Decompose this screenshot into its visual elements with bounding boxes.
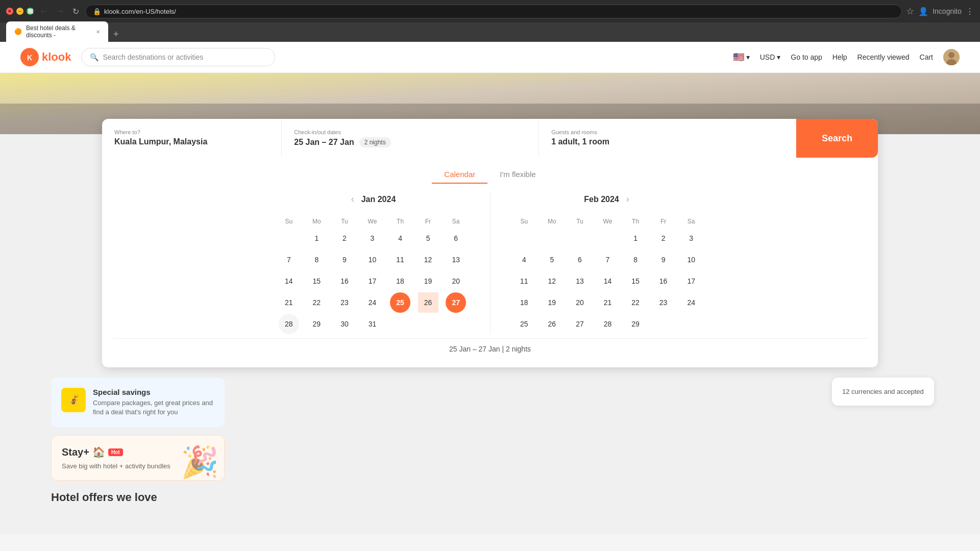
calendar-day[interactable]: 23 (334, 292, 355, 313)
calendar-day[interactable]: 15 (306, 271, 327, 291)
calendar-day[interactable]: 10 (681, 249, 701, 270)
where-value: Kuala Lumpur, Malaysia (114, 137, 269, 146)
calendar-day[interactable]: 2 (653, 228, 674, 248)
calendar-day[interactable]: 30 (334, 314, 355, 334)
star-icon[interactable]: ☆ (906, 6, 914, 17)
prev-month-button[interactable]: ‹ (349, 192, 356, 207)
calendar-day[interactable]: 22 (306, 292, 327, 313)
minimize-window-button[interactable]: – (16, 8, 23, 15)
hotel-offers-title: Hotel offers we love (51, 491, 225, 504)
klook-logo[interactable]: K klook (20, 48, 71, 66)
calendar-day[interactable]: 14 (279, 271, 299, 291)
calendar-day[interactable]: 5 (542, 249, 562, 270)
maximize-window-button[interactable]: ⬜ (27, 8, 34, 15)
calendar-day[interactable]: 27 (570, 314, 590, 334)
calendar-day[interactable]: 8 (306, 249, 327, 270)
header-search-bar[interactable]: 🔍 Search destinations or activities (81, 48, 275, 66)
calendar-day[interactable]: 19 (418, 271, 438, 291)
guests-field[interactable]: Guests and rooms 1 adult, 1 room (539, 119, 796, 158)
user-avatar[interactable] (943, 49, 960, 65)
calendar-day[interactable]: 12 (542, 271, 562, 291)
calendar-day[interactable]: 22 (625, 292, 646, 313)
calendar-day[interactable]: 1 (306, 228, 327, 248)
calendar-day[interactable]: 24 (681, 292, 701, 313)
currency-selector[interactable]: USD ▾ (760, 53, 781, 61)
calendar-tab[interactable]: Calendar (432, 166, 487, 184)
calendar-day[interactable]: 25 (514, 314, 534, 334)
calendar-day[interactable]: 1 (625, 228, 646, 248)
calendar-day[interactable]: 28 (279, 314, 299, 334)
calendar-day[interactable]: 17 (681, 271, 701, 291)
go-to-app-link[interactable]: Go to app (791, 53, 822, 61)
forward-button[interactable]: → (54, 5, 66, 18)
calendar-day[interactable]: 11 (514, 271, 534, 291)
cart-link[interactable]: Cart (920, 53, 933, 61)
calendar-day[interactable]: 21 (279, 292, 299, 313)
recently-viewed-link[interactable]: Recently viewed (857, 53, 910, 61)
calendar-day[interactable]: 26 (418, 292, 438, 313)
calendar-day[interactable]: 9 (334, 249, 355, 270)
calendar-day[interactable]: 29 (306, 314, 327, 334)
profile-icon[interactable]: 👤 (918, 7, 928, 16)
calendar-day[interactable]: 21 (597, 292, 618, 313)
calendar-day[interactable]: 31 (362, 314, 382, 334)
close-window-button[interactable]: ✕ (6, 8, 13, 15)
where-to-field[interactable]: Where to? Kuala Lumpur, Malaysia (102, 119, 282, 158)
calendar-day[interactable]: 24 (362, 292, 382, 313)
language-selector[interactable]: 🇺🇸 ▾ (733, 52, 750, 63)
calendar-day[interactable]: 20 (570, 292, 590, 313)
tab-close-button[interactable]: ✕ (96, 29, 100, 35)
calendar-day[interactable]: 12 (418, 249, 438, 270)
hot-badge: Hot (108, 448, 123, 456)
calendar-day[interactable]: 19 (542, 292, 562, 313)
calendar-day[interactable]: 13 (446, 249, 466, 270)
calendar-day[interactable]: 16 (653, 271, 674, 291)
reload-button[interactable]: ↻ (70, 5, 81, 18)
calendar-day[interactable]: 4 (514, 249, 534, 270)
dates-field[interactable]: Check-in/out dates 25 Jan – 27 Jan 2 nig… (282, 119, 539, 158)
calendar-day[interactable]: 8 (625, 249, 646, 270)
calendar-day[interactable]: 7 (279, 249, 299, 270)
calendar-day[interactable]: 6 (570, 249, 590, 270)
help-link[interactable]: Help (832, 53, 847, 61)
next-month-button[interactable]: › (624, 192, 631, 207)
calendar-day[interactable]: 3 (681, 228, 701, 248)
calendar-day[interactable]: 16 (334, 271, 355, 291)
calendar-day[interactable]: 28 (597, 314, 618, 334)
search-button[interactable]: Search (796, 119, 878, 158)
calendar-day[interactable]: 9 (653, 249, 674, 270)
calendar-day[interactable]: 17 (362, 271, 382, 291)
calendar-day[interactable]: 18 (514, 292, 534, 313)
calendar-day[interactable]: 18 (390, 271, 410, 291)
calendar-day[interactable]: 23 (653, 292, 674, 313)
february-calendar: Feb 2024 › SuMoTuWeThFrSa 12345678910111… (511, 192, 705, 334)
calendar-day[interactable]: 4 (390, 228, 410, 248)
calendar-day[interactable]: 11 (390, 249, 410, 270)
calendar-day[interactable]: 10 (362, 249, 382, 270)
calendar-day[interactable]: 26 (542, 314, 562, 334)
calendar-day[interactable]: 14 (597, 271, 618, 291)
feb-days-grid[interactable]: 1234567891011121314151617181920212223242… (511, 228, 705, 334)
calendar-container: ‹ Jan 2024 SuMoTuWeThFrSa 12345678910111… (102, 192, 878, 367)
new-tab-button[interactable]: + (109, 27, 123, 42)
calendar-day[interactable]: 25 (390, 292, 410, 313)
flexible-tab[interactable]: I'm flexible (487, 166, 548, 184)
calendar-day[interactable]: 5 (418, 228, 438, 248)
calendar-day[interactable]: 29 (625, 314, 646, 334)
menu-icon[interactable]: ⋮ (966, 7, 974, 16)
calendar-day[interactable]: 6 (446, 228, 466, 248)
calendar-day[interactable]: 20 (446, 271, 466, 291)
day-of-week: Th (387, 215, 414, 228)
calendar-day[interactable]: 13 (570, 271, 590, 291)
calendar-day[interactable]: 2 (334, 228, 355, 248)
calendar-day[interactable]: 27 (446, 292, 466, 313)
calendar-day[interactable]: 7 (597, 249, 618, 270)
back-button[interactable]: ← (38, 5, 50, 18)
active-tab[interactable]: 🟠 Best hotel deals & discounts - ✕ (6, 21, 108, 42)
tab-bar: 🟠 Best hotel deals & discounts - ✕ + (0, 22, 980, 42)
calendar-day[interactable]: 3 (362, 228, 382, 248)
savings-content: Special savings Compare packages, get gr… (93, 388, 214, 417)
calendar-day[interactable]: 15 (625, 271, 646, 291)
address-bar[interactable]: 🔒 klook.com/en-US/hotels/ (85, 5, 902, 18)
jan-days-grid[interactable]: 1234567891011121314151617181920212223242… (276, 228, 470, 334)
